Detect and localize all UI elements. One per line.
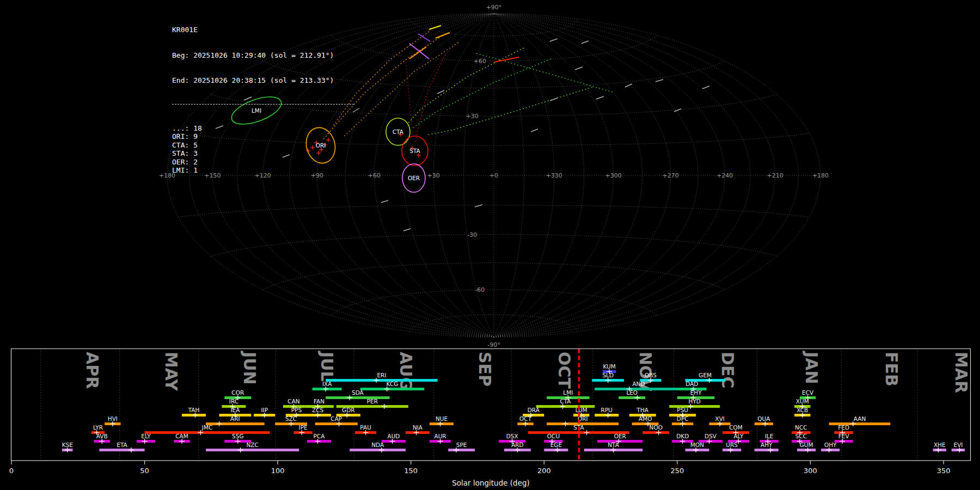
svg-text:AMO: AMO (639, 415, 652, 422)
svg-text:HYD: HYD (689, 398, 701, 405)
svg-text:SDA: SDA (352, 389, 364, 396)
svg-text:CTA: CTA (393, 128, 404, 135)
shower-counts: ...: 18ORI: 9CTA: 5STA: 3OER: 2LMI: 1 (172, 124, 354, 175)
svg-text:AUG: AUG (396, 352, 415, 390)
svg-text:PPS: PPS (291, 407, 302, 413)
svg-text:DRA: DRA (528, 407, 540, 413)
svg-text:APR: APR (83, 352, 102, 389)
svg-text:FEV: FEV (838, 433, 850, 439)
svg-text:350: 350 (937, 467, 951, 475)
svg-text:+240: +240 (716, 172, 733, 179)
svg-text:AHY: AHY (761, 442, 773, 448)
svg-text:XCB: XCB (797, 407, 808, 413)
timeline-svg: APRMAYJUNJULAUGSEPOCTNOVDECJANFEBMARKUME… (0, 348, 980, 490)
svg-text:GEM: GEM (699, 372, 712, 378)
svg-text:AUR: AUR (434, 433, 446, 439)
svg-text:+30: +30 (466, 113, 479, 120)
svg-text:TAH: TAH (188, 407, 200, 413)
svg-text:OBS: OBS (645, 372, 657, 378)
svg-text:DAD: DAD (685, 381, 698, 387)
svg-text:DSV: DSV (705, 433, 717, 439)
svg-text:OCU: OCU (547, 433, 560, 439)
station-id: KR001E (172, 26, 354, 34)
svg-text:NOO: NOO (650, 424, 663, 431)
svg-text:IXA: IXA (322, 381, 332, 387)
svg-text:200: 200 (537, 467, 551, 475)
svg-text:KCG: KCG (387, 381, 399, 387)
svg-text:+0: +0 (489, 172, 498, 179)
svg-text:SLD: SLD (602, 372, 614, 378)
svg-text:OHY: OHY (824, 442, 837, 448)
svg-text:NZC: NZC (247, 442, 259, 448)
svg-text:AVB: AVB (96, 433, 108, 439)
svg-text:-90°: -90° (487, 341, 500, 348)
count-line: STA: 3 (172, 149, 354, 158)
svg-text:IPE: IPE (299, 424, 308, 431)
svg-text:OCT: OCT (555, 352, 574, 389)
svg-text:ETA: ETA (117, 442, 127, 448)
svg-text:+90°: +90° (486, 4, 502, 11)
svg-text:SPE: SPE (456, 442, 467, 448)
svg-text:KUM: KUM (603, 363, 615, 370)
svg-text:OER: OER (614, 433, 626, 439)
svg-text:OER: OER (408, 175, 420, 181)
svg-text:HVI: HVI (108, 415, 118, 422)
svg-text:FAN: FAN (314, 398, 324, 405)
count-line: ...: 18 (172, 124, 354, 133)
svg-text:+300: +300 (605, 172, 622, 179)
svg-text:COM: COM (729, 424, 743, 431)
svg-text:PAU: PAU (360, 424, 371, 431)
svg-text:CAP: CAP (330, 415, 342, 422)
shower-bars: KUMERISLDOBSGEMIXAKCGANDDADCORSDALMILEOE… (62, 363, 965, 452)
svg-text:PCA: PCA (314, 433, 326, 439)
svg-text:COR: COR (231, 389, 244, 396)
svg-text:ILE: ILE (765, 433, 774, 439)
svg-text:AUD: AUD (387, 433, 400, 439)
svg-text:LUM: LUM (575, 407, 587, 413)
svg-text:JAN: JAN (802, 351, 821, 384)
svg-text:150: 150 (404, 467, 418, 475)
svg-text:+30: +30 (427, 172, 440, 179)
svg-text:SCC: SCC (795, 433, 807, 439)
svg-text:+180: +180 (812, 172, 829, 179)
svg-text:100: 100 (271, 467, 285, 475)
svg-text:EVI: EVI (954, 442, 963, 448)
svg-text:0: 0 (9, 467, 14, 475)
svg-text:JUN: JUN (240, 351, 259, 385)
svg-text:IEA: IEA (230, 407, 240, 413)
svg-text:RPU: RPU (601, 407, 612, 413)
svg-text:ELY: ELY (141, 433, 151, 439)
svg-text:PER: PER (367, 398, 378, 405)
svg-text:NDA: NDA (371, 442, 384, 448)
svg-text:PSU: PSU (677, 407, 688, 413)
svg-text:+330: +330 (546, 172, 562, 179)
svg-text:LEO: LEO (626, 389, 638, 396)
svg-text:GUM: GUM (800, 442, 813, 448)
svg-text:CAM: CAM (175, 433, 188, 439)
svg-text:MAY: MAY (162, 352, 181, 391)
svg-text:-30: -30 (467, 231, 477, 238)
svg-text:STA: STA (409, 148, 420, 154)
svg-text:SSG: SSG (232, 433, 243, 439)
svg-text:THA: THA (636, 407, 649, 413)
svg-text:JMC: JMC (201, 424, 213, 431)
svg-text:DSX: DSX (506, 433, 518, 439)
svg-text:NCC: NCC (795, 424, 807, 431)
svg-text:NTA: NTA (608, 442, 619, 448)
svg-text:LYR: LYR (93, 424, 103, 431)
end-time: End: 20251026 20:38:15 (sol = 213.33°) (172, 76, 354, 85)
svg-text:XUM: XUM (796, 398, 809, 405)
svg-text:ARI: ARI (230, 415, 240, 422)
count-line: LMI: 1 (172, 166, 354, 175)
svg-text:300: 300 (804, 467, 817, 475)
begin-time: Beg: 20251026 10:29:40 (sol = 212.91°) (172, 51, 354, 60)
svg-text:OCT: OCT (519, 415, 532, 422)
svg-text:SEP: SEP (475, 352, 494, 387)
svg-text:DEC: DEC (718, 352, 737, 388)
svg-text:AAN: AAN (854, 415, 866, 422)
meteor-trails (322, 26, 614, 143)
count-line: ORI: 9 (172, 132, 354, 141)
svg-text:GDR: GDR (342, 407, 355, 413)
svg-text:SZC: SZC (285, 415, 297, 422)
svg-text:+60: +60 (368, 172, 381, 179)
